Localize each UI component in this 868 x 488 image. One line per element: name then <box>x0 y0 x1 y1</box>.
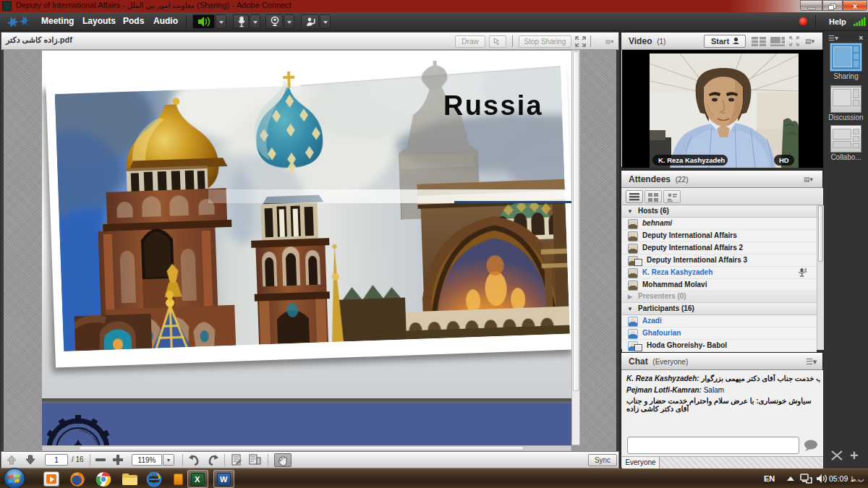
svg-text:HD: HD <box>779 156 789 164</box>
svg-text:K. Reza Kashyzadeh: K. Reza Kashyzadeh <box>658 156 726 164</box>
